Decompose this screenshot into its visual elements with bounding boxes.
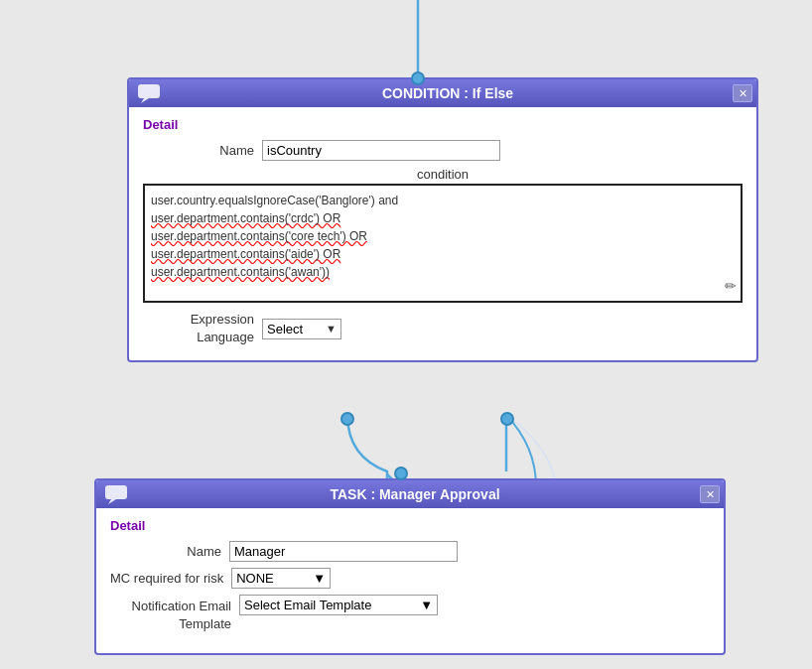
task-name-row: Name (110, 541, 710, 562)
expression-language-label: ExpressionLanguage (143, 311, 262, 346)
notification-email-row: Notification EmailTemplate Select Email … (110, 595, 710, 633)
condition-name-input[interactable] (262, 140, 500, 161)
svg-marker-5 (108, 499, 116, 504)
task-card: TASK : Manager Approval ✕ Detail Name MC… (94, 478, 726, 655)
mc-risk-row: MC required for risk NONE ▼ (110, 568, 710, 589)
condition-card-header: CONDITION : If Else ✕ (129, 79, 756, 107)
condition-label: condition (143, 167, 743, 182)
mc-risk-value: NONE (236, 571, 274, 586)
chat-icon (137, 83, 161, 103)
task-chat-icon (104, 484, 128, 504)
svg-rect-2 (138, 84, 160, 98)
notification-email-label: Notification EmailTemplate (110, 595, 239, 633)
svg-marker-3 (141, 98, 149, 103)
bottom-right-connector-dot (500, 412, 514, 426)
top-connector-dot (411, 71, 425, 85)
condition-line5: user.department.contains('awan')) (151, 265, 330, 279)
edit-icon[interactable]: ✏ (725, 276, 737, 297)
expression-select-value: Select (267, 322, 303, 336)
condition-card-title: CONDITION : If Else (382, 85, 513, 101)
chevron-down-icon: ▼ (326, 323, 337, 334)
task-card-title: TASK : Manager Approval (330, 486, 499, 502)
notif-chevron-down-icon: ▼ (420, 598, 433, 612)
mc-risk-label: MC required for risk (110, 568, 231, 586)
mc-chevron-down-icon: ▼ (313, 571, 326, 586)
condition-text: user.country.equalsIgnoreCase('Banglore'… (151, 192, 735, 281)
condition-textarea[interactable]: user.country.equalsIgnoreCase('Banglore'… (143, 184, 743, 303)
condition-card: CONDITION : If Else ✕ Detail Name condit… (127, 77, 758, 362)
task-close-button[interactable]: ✕ (700, 485, 720, 503)
expression-language-select[interactable]: Select ▼ (262, 319, 341, 339)
task-name-input[interactable] (229, 541, 458, 562)
task-card-body: Detail Name MC required for risk NONE ▼ … (96, 508, 724, 653)
task-name-label: Name (110, 541, 229, 559)
notification-email-select[interactable]: Select Email Template ▼ (239, 595, 438, 615)
task-detail-label: Detail (110, 518, 710, 533)
mc-risk-select[interactable]: NONE ▼ (231, 568, 331, 589)
task-top-connector-dot (394, 467, 408, 480)
task-card-header: TASK : Manager Approval ✕ (96, 480, 724, 508)
condition-area: condition user.country.equalsIgnoreCase(… (143, 167, 743, 303)
condition-line3: user.department.contains('core tech') OR (151, 229, 367, 243)
condition-name-row: Name (143, 140, 743, 161)
condition-line2: user.department.contains('crdc') OR (151, 211, 340, 225)
expression-language-row: ExpressionLanguage Select ▼ (143, 311, 743, 346)
svg-rect-4 (105, 485, 127, 499)
condition-line1: user.country.equalsIgnoreCase('Banglore'… (151, 194, 398, 207)
notification-email-value: Select Email Template (244, 598, 371, 612)
condition-line4: user.department.contains('aide') OR (151, 247, 340, 261)
condition-close-button[interactable]: ✕ (733, 84, 752, 102)
bottom-left-connector-dot (340, 412, 354, 426)
condition-name-label: Name (143, 140, 262, 158)
condition-card-body: Detail Name condition user.country.equal… (129, 107, 756, 360)
condition-detail-label: Detail (143, 117, 743, 132)
